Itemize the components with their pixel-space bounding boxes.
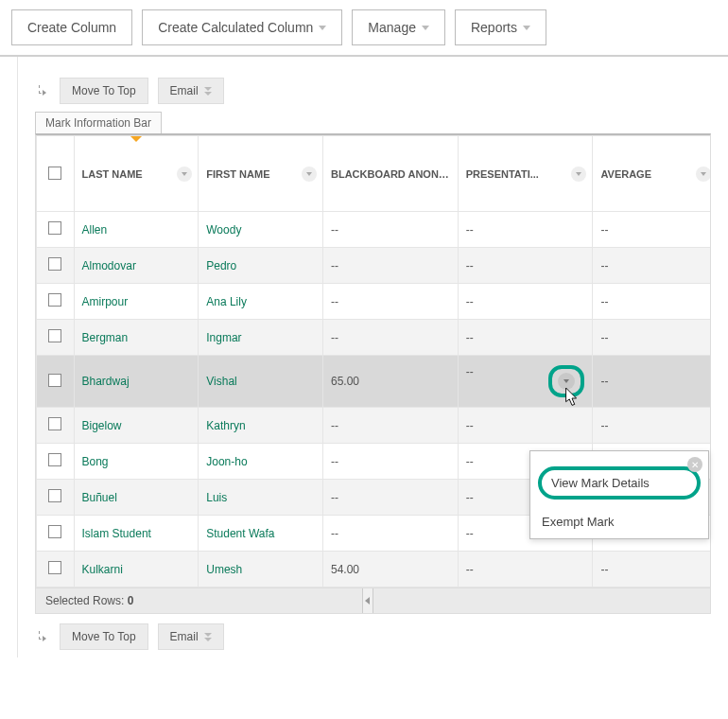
column-menu-button[interactable] bbox=[302, 167, 317, 182]
first-name-cell[interactable]: Ingmar bbox=[199, 320, 323, 356]
average-cell[interactable]: -- bbox=[593, 552, 711, 587]
blackboard-anonymous-cell[interactable]: -- bbox=[322, 444, 458, 480]
first-name-cell[interactable]: Pedro bbox=[199, 248, 323, 284]
last-name-link[interactable]: Islam Student bbox=[82, 527, 151, 540]
last-name-cell[interactable]: Buñuel bbox=[74, 480, 199, 516]
last-name-cell[interactable]: Bigelow bbox=[74, 408, 199, 444]
last-name-cell[interactable]: Bergman bbox=[74, 320, 199, 356]
manage-button[interactable]: Manage bbox=[352, 9, 445, 45]
first-name-cell[interactable]: Student Wafa bbox=[199, 516, 323, 552]
row-checkbox[interactable] bbox=[48, 417, 61, 430]
average-cell[interactable]: -- bbox=[593, 212, 711, 248]
blackboard-anonymous-cell[interactable]: 65.00 bbox=[322, 356, 458, 408]
first-name-link[interactable]: Pedro bbox=[206, 259, 236, 272]
presentation-cell[interactable]: -- bbox=[458, 408, 593, 444]
average-cell[interactable]: -- bbox=[593, 320, 711, 356]
move-to-top-button[interactable]: Move To Top bbox=[60, 78, 148, 104]
blackboard-anonymous-cell[interactable]: -- bbox=[322, 516, 458, 552]
first-name-cell[interactable]: Woody bbox=[199, 212, 323, 248]
column-menu-button[interactable] bbox=[696, 167, 711, 182]
first-name-cell[interactable]: Vishal bbox=[199, 356, 323, 408]
last-name-cell[interactable]: Bhardwaj bbox=[74, 356, 199, 408]
last-name-link[interactable]: Bergman bbox=[82, 331, 129, 344]
presentation-cell[interactable]: -- bbox=[458, 356, 593, 408]
last-name-link[interactable]: Almodovar bbox=[82, 259, 136, 272]
row-checkbox[interactable] bbox=[48, 453, 61, 466]
first-name-link[interactable]: Luis bbox=[206, 491, 227, 504]
first-name-link[interactable]: Kathryn bbox=[206, 419, 245, 432]
blackboard-anonymous-cell[interactable]: -- bbox=[322, 480, 458, 516]
last-name-link[interactable]: Amirpour bbox=[82, 295, 129, 308]
presentation-cell[interactable]: -- bbox=[458, 284, 593, 320]
exempt-mark-item[interactable]: Exempt Mark bbox=[530, 505, 708, 538]
header-average[interactable]: AVERAGE bbox=[593, 136, 711, 212]
blackboard-anonymous-cell[interactable]: -- bbox=[322, 248, 458, 284]
last-name-link[interactable]: Bong bbox=[82, 455, 109, 468]
last-name-cell[interactable]: Almodovar bbox=[74, 248, 199, 284]
average-cell[interactable]: -- bbox=[593, 408, 711, 444]
first-name-cell[interactable]: Umesh bbox=[199, 552, 323, 587]
create-calculated-column-button[interactable]: Create Calculated Column bbox=[142, 9, 342, 45]
row-checkbox[interactable] bbox=[48, 489, 61, 502]
last-name-cell[interactable]: Bong bbox=[74, 444, 199, 480]
close-icon[interactable]: ✕ bbox=[687, 457, 702, 472]
header-first-name[interactable]: FIRST NAME bbox=[199, 136, 323, 212]
average-cell[interactable]: -- bbox=[593, 284, 711, 320]
blackboard-anonymous-cell[interactable]: -- bbox=[322, 408, 458, 444]
header-presentation[interactable]: PRESENTATI... bbox=[458, 136, 593, 212]
row-checkbox[interactable] bbox=[48, 525, 61, 538]
row-checkbox-cell bbox=[37, 444, 75, 480]
first-name-link[interactable]: Umesh bbox=[206, 563, 242, 576]
last-name-cell[interactable]: Amirpour bbox=[74, 284, 199, 320]
first-name-cell[interactable]: Luis bbox=[199, 480, 323, 516]
average-cell[interactable]: -- bbox=[593, 248, 711, 284]
first-name-link[interactable]: Student Wafa bbox=[206, 527, 274, 540]
row-checkbox[interactable] bbox=[48, 257, 61, 271]
last-name-link[interactable]: Allen bbox=[82, 223, 108, 237]
header-last-name[interactable]: LAST NAME bbox=[74, 136, 199, 212]
mark-information-bar-tab[interactable]: Mark Information Bar bbox=[35, 112, 162, 133]
presentation-cell[interactable]: -- bbox=[458, 212, 593, 248]
presentation-cell[interactable]: -- bbox=[458, 248, 593, 284]
last-name-cell[interactable]: Allen bbox=[74, 212, 199, 248]
cell-menu-button[interactable] bbox=[558, 373, 575, 390]
scroll-left-button[interactable] bbox=[362, 588, 373, 613]
move-to-top-button[interactable]: Move To Top bbox=[60, 623, 148, 650]
column-menu-button[interactable] bbox=[571, 167, 586, 182]
last-name-link[interactable]: Kulkarni bbox=[82, 563, 123, 576]
create-column-button[interactable]: Create Column bbox=[11, 9, 132, 45]
row-checkbox[interactable] bbox=[48, 329, 61, 342]
row-checkbox[interactable] bbox=[48, 221, 61, 235]
row-checkbox[interactable] bbox=[48, 374, 61, 387]
presentation-cell[interactable]: -- bbox=[458, 320, 593, 356]
view-mark-details-item[interactable]: View Mark Details bbox=[538, 466, 701, 500]
presentation-cell[interactable]: -- bbox=[458, 552, 593, 587]
last-name-link[interactable]: Bhardwaj bbox=[82, 375, 130, 388]
email-button[interactable]: Email bbox=[158, 78, 224, 104]
column-menu-button[interactable] bbox=[177, 167, 192, 182]
first-name-link[interactable]: Joon-ho bbox=[206, 455, 247, 468]
row-checkbox[interactable] bbox=[48, 293, 61, 307]
blackboard-anonymous-cell[interactable]: -- bbox=[322, 212, 458, 248]
last-name-link[interactable]: Bigelow bbox=[82, 419, 122, 432]
blackboard-anonymous-cell[interactable]: 54.00 bbox=[322, 552, 458, 587]
first-name-link[interactable]: Vishal bbox=[206, 375, 236, 388]
average-cell[interactable]: -- bbox=[593, 356, 711, 408]
blackboard-anonymous-cell[interactable]: -- bbox=[322, 284, 458, 320]
chevron-down-icon bbox=[204, 633, 212, 641]
email-button[interactable]: Email bbox=[158, 623, 224, 650]
last-name-link[interactable]: Buñuel bbox=[82, 491, 117, 504]
row-checkbox[interactable] bbox=[48, 561, 61, 574]
last-name-cell[interactable]: Islam Student bbox=[74, 516, 199, 552]
first-name-cell[interactable]: Ana Lily bbox=[199, 284, 323, 320]
first-name-link[interactable]: Ana Lily bbox=[206, 295, 247, 308]
reports-button[interactable]: Reports bbox=[455, 9, 546, 45]
select-all-checkbox[interactable] bbox=[48, 167, 61, 180]
first-name-link[interactable]: Ingmar bbox=[206, 331, 241, 344]
first-name-link[interactable]: Woody bbox=[206, 223, 241, 237]
header-blackboard-anonymous[interactable]: BLACKBOARD ANONYMOUS bbox=[322, 136, 458, 212]
first-name-cell[interactable]: Joon-ho bbox=[199, 444, 323, 480]
blackboard-anonymous-cell[interactable]: -- bbox=[322, 320, 458, 356]
first-name-cell[interactable]: Kathryn bbox=[199, 408, 323, 444]
last-name-cell[interactable]: Kulkarni bbox=[74, 552, 199, 587]
